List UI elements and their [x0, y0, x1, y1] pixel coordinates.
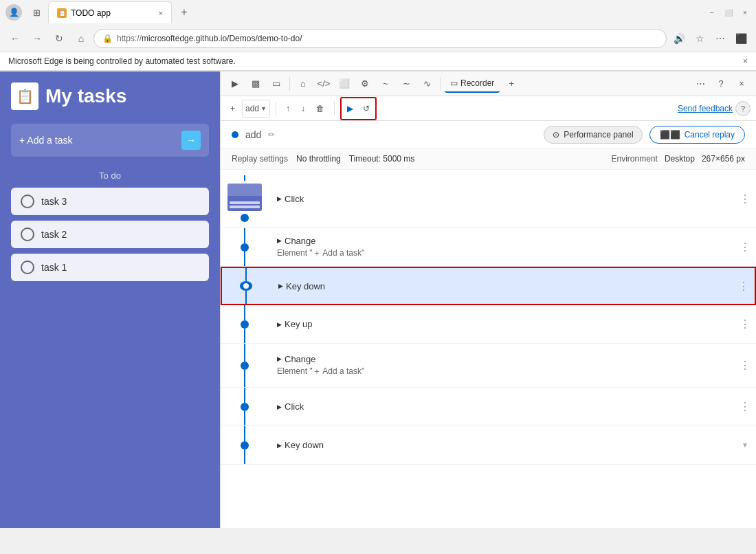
address-bar[interactable]: 🔒 https://microsoftedge.github.io/Demos/…: [93, 29, 667, 48]
step-up-btn[interactable]: ↑: [282, 100, 294, 118]
task-checkbox-3[interactable]: [21, 195, 34, 208]
timeline-bottom-6: [244, 411, 245, 426]
minimize-btn[interactable]: −: [707, 7, 718, 18]
close-btn[interactable]: ×: [740, 7, 751, 18]
steps-container[interactable]: ▶ Click ⋮ ▶ Change Ele: [221, 170, 756, 528]
rec-sep-1: [276, 102, 276, 115]
step-row-click-1[interactable]: ▶ Click ⋮: [221, 170, 756, 228]
step-down-btn[interactable]: ↓: [297, 100, 309, 118]
back-btn[interactable]: ←: [5, 29, 25, 48]
performance-panel-btn[interactable]: ⊙ Performance panel: [544, 126, 642, 144]
security-btn[interactable]: ∿: [418, 75, 436, 93]
expand-arrow-3: ▶: [278, 282, 283, 289]
step-more-2[interactable]: ⋮: [734, 228, 756, 266]
settings-right: Environment Desktop 267×656 px: [612, 154, 746, 164]
timeline-dot-1: [241, 214, 249, 222]
step-more-1[interactable]: ⋮: [734, 170, 756, 228]
elements-btn[interactable]: ⌂: [294, 75, 312, 93]
step-more-3[interactable]: ⋮: [733, 268, 755, 304]
more-tools-btn[interactable]: ⋯: [691, 75, 709, 93]
perf-btn[interactable]: ~: [377, 75, 394, 93]
recorder-tab-label: Recorder: [460, 78, 494, 88]
tabs-bar: 📋 TODO app × +: [45, 0, 707, 25]
step-more-7[interactable]: ▼: [734, 426, 756, 464]
step-action-3: Key down: [286, 281, 325, 291]
drawer-btn[interactable]: ▭: [267, 75, 285, 93]
maximize-btn[interactable]: ⬜: [723, 7, 734, 18]
task-checkbox-1[interactable]: [21, 261, 34, 274]
task-item-3[interactable]: task 3: [11, 188, 209, 215]
console-btn[interactable]: ▩: [247, 75, 265, 93]
timeline-bottom-7: [244, 450, 245, 465]
step-title-1: ▶ Click: [277, 194, 726, 204]
debug-btn[interactable]: ⚙: [356, 75, 374, 93]
replay-step-btn[interactable]: ↺: [359, 100, 374, 118]
network-btn[interactable]: ⬜: [335, 75, 353, 93]
more-btn[interactable]: ⋯: [711, 29, 730, 48]
toolbar-separator-2: [440, 77, 441, 91]
favorites-btn[interactable]: ☆: [690, 29, 709, 48]
timeline-dot-5: [241, 362, 249, 370]
forward-btn[interactable]: →: [27, 29, 47, 48]
add-recording-btn[interactable]: +: [502, 75, 520, 93]
step-more-6[interactable]: ⋮: [734, 388, 756, 425]
devtools-panel: ▶ ▩ ▭ ⌂ </> ⬜ ⚙ ~ ∼ ∿ ▭ Recorder + ⋯ ? ×…: [220, 71, 756, 528]
step-row-change-1[interactable]: ▶ Change Element "＋ Add a task" ⋮: [221, 228, 756, 267]
timeline-top-6: [244, 388, 245, 403]
cancel-replay-btn[interactable]: ⬛⬛ Cancel replay: [649, 126, 745, 144]
profile-icon[interactable]: 👤: [5, 4, 22, 21]
cancel-replay-label: Cancel replay: [685, 130, 735, 140]
sources-btn[interactable]: </>: [315, 75, 333, 93]
edit-recording-name-btn[interactable]: ✏: [268, 130, 275, 140]
timeout-value: Timeout: 5000 ms: [349, 154, 415, 164]
tab-close-btn[interactable]: ×: [159, 9, 163, 17]
step-more-5[interactable]: ⋮: [734, 344, 756, 387]
step-more-4[interactable]: ⋮: [734, 305, 756, 343]
play-btn[interactable]: ▶: [343, 100, 357, 118]
url-path: /Demos/demo-to-do/: [227, 34, 302, 43]
timeline-dot-7: [241, 441, 249, 450]
active-tab[interactable]: 📋 TODO app ×: [48, 1, 172, 23]
home-btn[interactable]: ⌂: [71, 29, 91, 48]
extensions-btn[interactable]: ⬛: [731, 29, 751, 48]
task-item-2[interactable]: task 2: [11, 221, 209, 248]
add-task-row[interactable]: + Add a task →: [11, 124, 209, 157]
devtools-help-btn[interactable]: ?: [712, 75, 730, 93]
devtools-close-btn[interactable]: ×: [733, 75, 751, 93]
url-text: https://microsoftedge.github.io/Demos/de…: [117, 34, 302, 43]
step-content-5: ▶ Change Element "＋ Add a task": [269, 344, 734, 387]
task-item-1[interactable]: task 1: [11, 254, 209, 281]
replay-icon: ⬛⬛: [660, 130, 680, 140]
delete-step-btn[interactable]: 🗑: [312, 100, 329, 118]
recorder-tab-btn[interactable]: ▭ Recorder: [445, 75, 500, 93]
step-content-3: ▶ Key down: [270, 268, 733, 304]
timeline-dot-4: [241, 320, 249, 329]
send-feedback-link[interactable]: Send feedback: [678, 104, 733, 113]
new-tab-btn[interactable]: +: [175, 3, 194, 22]
add-task-arrow-btn[interactable]: →: [181, 131, 201, 150]
step-row-keydown[interactable]: ▶ Key down ⋮: [221, 267, 756, 305]
timeline-dot-active: [240, 281, 252, 290]
step-row-keyup[interactable]: ▶ Key up ⋮: [221, 305, 756, 344]
timeline-bottom-3: [245, 291, 247, 304]
task-checkbox-2[interactable]: [21, 228, 34, 241]
notification-close-btn[interactable]: ×: [743, 56, 748, 66]
replay-settings-label: Replay settings: [232, 154, 288, 164]
memory-btn[interactable]: ∼: [397, 75, 415, 93]
sidebar-toggle[interactable]: ⊞: [27, 3, 45, 21]
recorder-help-btn[interactable]: ?: [735, 101, 751, 116]
timeline-dot-6: [241, 403, 249, 411]
todo-app-icon: 📋: [11, 82, 38, 110]
inspect-btn[interactable]: ▶: [226, 75, 244, 93]
step-content-2: ▶ Change Element "＋ Add a task": [269, 228, 734, 266]
window-controls: − ⬜ ×: [707, 7, 751, 18]
settings-left: Replay settings No throttling Timeout: 5…: [232, 154, 414, 164]
reload-btn[interactable]: ↻: [49, 29, 69, 48]
timeline-bottom-2: [244, 252, 245, 267]
read-aloud-btn[interactable]: 🔊: [669, 29, 689, 48]
add-step-btn[interactable]: +: [226, 100, 239, 118]
step-row-change-2[interactable]: ▶ Change Element "＋ Add a task" ⋮: [221, 344, 756, 388]
expand-arrow-2: ▶: [277, 237, 282, 244]
step-row-keydown-2[interactable]: ▶ Key down ▼: [221, 426, 756, 465]
step-row-click-2[interactable]: ▶ Click ⋮: [221, 388, 756, 426]
